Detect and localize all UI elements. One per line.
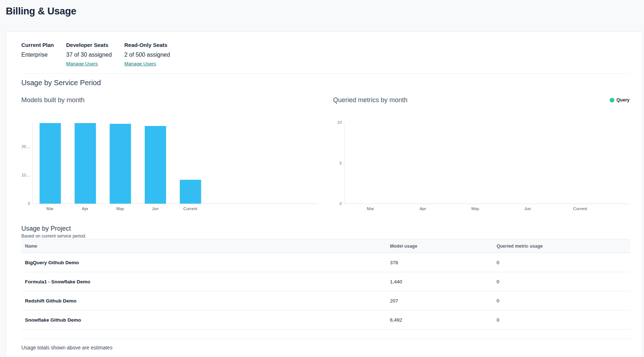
- category-slot: May: [103, 122, 138, 204]
- model-usage-cell: 1,440: [386, 272, 493, 291]
- x-axis-label: Jun: [524, 206, 531, 211]
- category-slot: Apr: [397, 122, 449, 204]
- readonly-seats-label: Read-Only Seats: [124, 42, 170, 48]
- model-usage-cell: 6,492: [386, 310, 493, 330]
- legend-item-query[interactable]: Query: [610, 97, 630, 103]
- section-divider: [21, 73, 630, 74]
- plan-summary: Current Plan Enterprise Developer Seats …: [21, 42, 630, 67]
- usage-table: Name Model usage Queried metric usage Bi…: [21, 239, 630, 339]
- category-slot: Mar: [344, 122, 397, 204]
- category-slot: Jun: [138, 122, 173, 204]
- current-plan-value: Enterprise: [21, 52, 66, 58]
- current-plan-label: Current Plan: [21, 42, 66, 48]
- legend-label: Query: [617, 97, 630, 103]
- queried-usage-cell: 0: [493, 253, 630, 272]
- category-slot: Current: [173, 122, 208, 204]
- chart-models-built: Models built by month 010…20… MarAprMayJ…: [21, 96, 318, 204]
- table-header-queried-metric-usage: Queried metric usage: [493, 239, 630, 253]
- developer-seats-value: 37 of 30 assigned: [66, 52, 124, 58]
- charts-row: Models built by month 010…20… MarAprMayJ…: [21, 96, 630, 204]
- y-axis-tick-label: 20…: [22, 144, 30, 149]
- section-usage-by-project: Usage by Project: [21, 225, 630, 232]
- y-axis-tick-label: 0: [28, 201, 30, 206]
- x-axis-label: Current: [573, 206, 587, 211]
- bar-current[interactable]: [180, 180, 201, 204]
- usage-footnote: Usage totals shown above are estimates: [21, 345, 630, 351]
- usage-by-project-subtitle: Based on current service period.: [21, 234, 630, 239]
- manage-users-link-developer[interactable]: Manage Users: [66, 61, 98, 66]
- table-row: BigQuery Github Demo3780: [21, 253, 630, 272]
- table-header-row: Name Model usage Queried metric usage: [21, 239, 630, 253]
- queried-usage-cell: 0: [493, 291, 630, 310]
- category-slot: Current: [554, 122, 606, 204]
- table-header-model-usage: Model usage: [386, 239, 493, 253]
- plan-col-current-plan: Current Plan Enterprise: [21, 42, 66, 67]
- empty-cell: [21, 330, 630, 339]
- bar-jun[interactable]: [145, 126, 166, 204]
- x-axis-label: Mar: [367, 206, 374, 211]
- x-axis-label: Apr: [82, 206, 89, 211]
- category-slot: Mar: [33, 122, 68, 204]
- project-name-cell: Snowflake Github Demo: [21, 310, 386, 330]
- category-slot: May: [449, 122, 502, 204]
- chart-queried-metrics: Queried metrics by month Query 0510 MarA…: [333, 96, 630, 204]
- developer-seats-label: Developer Seats: [66, 42, 124, 48]
- x-axis-label: May: [116, 206, 124, 211]
- y-axis-tick-label: 10: [337, 120, 342, 125]
- y-axis-tick-label: 0: [339, 201, 342, 206]
- table-row: Snowflake Github Demo6,4920: [21, 310, 630, 330]
- table-header-name: Name: [21, 239, 386, 253]
- plan-col-readonly-seats: Read-Only Seats 2 of 500 assigned Manage…: [124, 42, 170, 67]
- project-name-cell: Formula1 - Snowflake Demo: [21, 272, 386, 291]
- bar-may[interactable]: [110, 124, 131, 204]
- table-row: Formula1 - Snowflake Demo1,4400: [21, 272, 630, 291]
- project-name-cell: Redshift Github Demo: [21, 291, 386, 310]
- page-title: Billing & Usage: [6, 6, 644, 17]
- section-usage-by-service-period: Usage by Service Period: [21, 79, 630, 87]
- plan-col-developer-seats: Developer Seats 37 of 30 assigned Manage…: [66, 42, 124, 67]
- x-axis-label: Current: [183, 206, 197, 211]
- x-axis-label: Apr: [420, 206, 426, 211]
- bar-apr[interactable]: [74, 123, 96, 204]
- table-empty-row: [21, 330, 630, 339]
- x-axis-label: Mar: [47, 206, 54, 211]
- chart-plot-area: 0510 MarAprMayJunCurrent: [344, 122, 630, 204]
- x-axis-label: May: [471, 206, 479, 211]
- model-usage-cell: 207: [386, 291, 493, 310]
- x-axis: MarAprMayJunCurrent: [344, 122, 606, 204]
- y-axis-tick-label: 10…: [22, 173, 30, 177]
- queried-usage-cell: 0: [493, 272, 630, 291]
- usage-table-body: BigQuery Github Demo3780Formula1 - Snowf…: [21, 253, 630, 339]
- category-slot: Jun: [502, 122, 554, 204]
- queried-usage-cell: 0: [493, 310, 630, 330]
- chart-plot-area: 010…20… MarAprMayJunCurrent: [32, 122, 318, 204]
- chart-legend: Query: [610, 97, 630, 103]
- manage-users-link-readonly[interactable]: Manage Users: [124, 61, 156, 66]
- billing-card: Current Plan Enterprise Developer Seats …: [6, 31, 643, 357]
- chart-title-models-built: Models built by month: [21, 96, 85, 104]
- project-name-cell: BigQuery Github Demo: [21, 253, 386, 272]
- y-axis-tick-label: 5: [339, 161, 342, 165]
- x-axis-label: Jun: [152, 206, 159, 211]
- legend-dot: [610, 98, 614, 103]
- readonly-seats-value: 2 of 500 assigned: [124, 52, 170, 58]
- chart-title-queried-metrics: Queried metrics by month: [333, 96, 408, 104]
- table-row: Redshift Github Demo2070: [21, 291, 630, 310]
- model-usage-cell: 378: [386, 253, 493, 272]
- bar-mar[interactable]: [39, 123, 61, 204]
- category-slot: Apr: [68, 122, 103, 204]
- x-axis: MarAprMayJunCurrent: [33, 122, 208, 204]
